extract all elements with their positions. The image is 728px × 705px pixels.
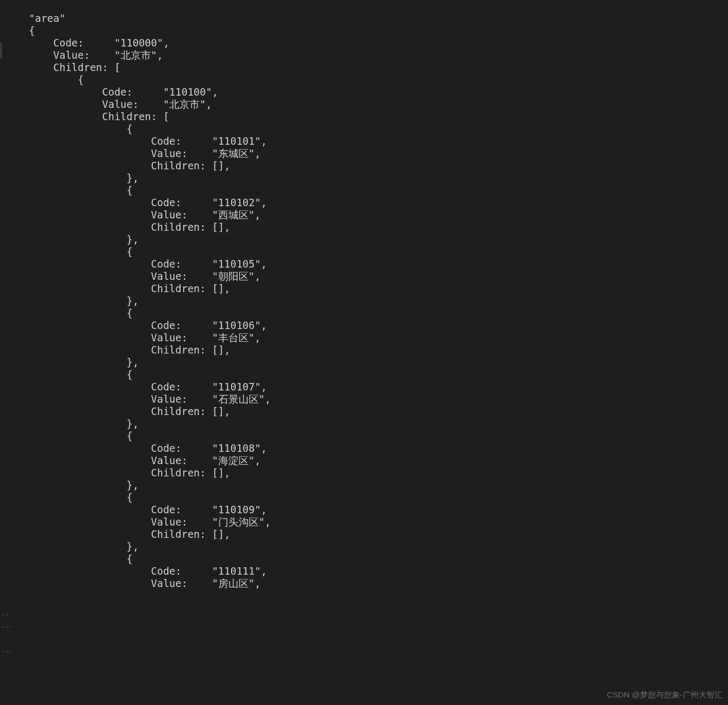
code-line: { — [29, 553, 132, 565]
code-line: Code: "110105", — [29, 258, 267, 270]
code-line: Code: "110106", — [29, 319, 267, 331]
code-line: { — [29, 25, 35, 36]
code-line: }, — [29, 295, 139, 307]
code-line: Value: "北京市", — [29, 49, 163, 61]
code-line: Code: "110102", — [29, 197, 267, 208]
code-line: Code: "110100", — [29, 86, 218, 98]
code-line: }, — [29, 356, 139, 368]
watermark-text: CSDN @梦想与想象-广州大智汇 — [607, 688, 723, 701]
code-line: Children: [ — [29, 61, 121, 73]
code-line: Children: [], — [29, 283, 231, 294]
code-line: { — [29, 307, 132, 319]
code-line: Value: "朝阳区", — [29, 270, 261, 282]
code-line: Value: "门头沟区", — [29, 516, 271, 528]
code-area[interactable]: "area" { Code: "110000", Value: "北京市", C… — [11, 0, 728, 705]
gutter-fold-marker[interactable]: ... — [1, 619, 11, 631]
code-line: Value: "西城区", — [29, 209, 261, 221]
code-line: Code: "110107", — [29, 381, 267, 393]
code-line: { — [29, 123, 132, 135]
code-line: Code: "110101", — [29, 135, 267, 147]
code-line: Value: "丰台区", — [29, 332, 261, 343]
code-line: Value: "东城区", — [29, 147, 261, 159]
code-line: { — [29, 74, 84, 85]
code-line: { — [29, 184, 132, 196]
current-line-indicator — [0, 43, 2, 59]
code-line: Code: "110111", — [29, 565, 267, 577]
editor-gutter: .. ... ... — [0, 0, 11, 705]
code-line: Children: [], — [29, 528, 231, 540]
code-line: Children: [], — [29, 467, 231, 479]
code-line: }, — [29, 479, 139, 491]
code-line: Value: "石景山区", — [29, 393, 271, 405]
code-line: { — [29, 491, 132, 503]
code-line: "area" — [29, 12, 66, 24]
code-line: }, — [29, 418, 139, 429]
code-line: Children: [], — [29, 405, 231, 417]
code-line: Value: "房山区", — [29, 577, 261, 589]
gutter-fold-marker[interactable]: .. — [1, 607, 8, 619]
gutter-fold-marker[interactable]: ... — [1, 644, 11, 656]
code-line: Children: [], — [29, 344, 231, 356]
code-line: { — [29, 369, 132, 380]
code-editor[interactable]: .. ... ... "area" { Code: "110000", Valu… — [0, 0, 728, 705]
code-line: Code: "110109", — [29, 504, 267, 515]
code-line: Value: "北京市", — [29, 98, 212, 110]
code-line: Value: "海淀区", — [29, 455, 261, 466]
code-line: }, — [29, 233, 139, 245]
code-line: { — [29, 430, 132, 442]
code-line: Children: [], — [29, 160, 231, 171]
code-line: { — [29, 246, 132, 257]
code-line: Code: "110000", — [29, 37, 169, 49]
code-line: Children: [ — [29, 111, 169, 122]
code-line: }, — [29, 540, 139, 552]
code-line: Code: "110108", — [29, 442, 267, 454]
code-line: }, — [29, 172, 139, 184]
code-line: Children: [], — [29, 221, 231, 233]
